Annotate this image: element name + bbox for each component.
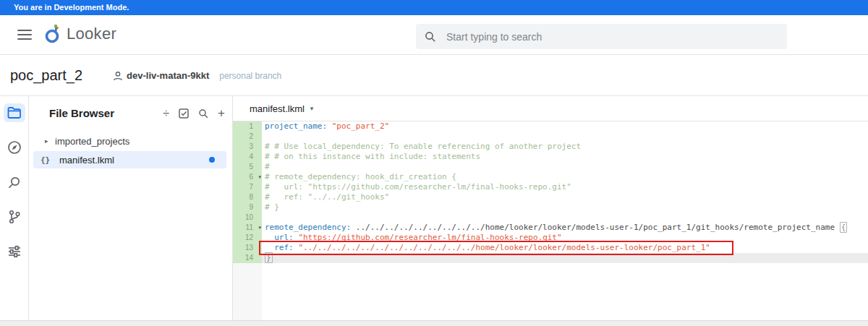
git-branch-icon[interactable] [4, 207, 25, 226]
tab-dropdown-icon[interactable]: ▾ [310, 105, 314, 112]
code-line-7[interactable]: # url: "https://github.com/researcher-lm… [262, 182, 868, 192]
line-number: 5 [233, 162, 262, 172]
code-line-1[interactable]: project_name: "poc_part_2" [262, 121, 868, 132]
explore-compass-icon[interactable] [4, 138, 25, 157]
search-input[interactable] [446, 31, 778, 43]
file-browser-title: File Browser [49, 107, 114, 119]
tab-manifest[interactable]: manifest.lkml [250, 103, 305, 114]
search-icon [425, 31, 436, 43]
line-number: 11▾ [233, 223, 262, 233]
fold-toggle-icon[interactable]: ▾ [258, 223, 261, 233]
code-token [265, 233, 274, 242]
code-line-2[interactable] [262, 132, 868, 142]
add-file-icon[interactable]: + [218, 108, 225, 119]
line-number: 7 [233, 182, 262, 192]
main-area: File Browser ÷ [0, 96, 868, 320]
window-bottom-edge [0, 320, 868, 326]
line-number: 13 [233, 243, 262, 253]
code-token: # [265, 162, 270, 171]
code-line-10[interactable] [262, 213, 868, 223]
fold-toggle-icon[interactable]: ▾ [258, 172, 261, 182]
line-number: 8 [233, 192, 262, 202]
file-tree: ▸ imported_projects {} manifest.lkml [29, 132, 232, 168]
code-line-13[interactable]: ref: "../../../../../../../../../../../.… [262, 243, 868, 253]
code-token: ref: [274, 243, 294, 252]
code-token: { [840, 222, 848, 233]
code-token: remote_dependency: [265, 223, 351, 232]
line-number: 10 [233, 213, 262, 223]
code-token: "../../../../../../../../../../../../hom… [298, 243, 710, 252]
branch-selector[interactable]: dev-liv-matan-9kkt [113, 70, 209, 81]
select-files-icon[interactable] [179, 108, 189, 119]
code-token: # remote_dependency: hook_dir_creation { [265, 172, 456, 181]
code-line-5[interactable]: # [262, 162, 868, 172]
code-line-14[interactable]: } [262, 253, 868, 263]
unsaved-changes-dot [209, 157, 215, 163]
editor-gutter: 123456▾7891011▾121314 [233, 121, 262, 320]
lkml-file-icon: {} [41, 155, 59, 165]
folder-caret-icon[interactable]: ▸ [45, 137, 55, 145]
dev-mode-banner: You are in Development Mode. [0, 0, 868, 15]
line-number: 3 [233, 142, 262, 152]
code-token [265, 243, 274, 252]
looker-logo-text: Looker [67, 25, 116, 43]
file-browser-panel: File Browser ÷ [29, 96, 233, 320]
looker-ide-window: You are in Development Mode. Looker [0, 0, 868, 326]
split-view-icon[interactable]: ÷ [163, 108, 169, 119]
code-token: ../../../../../../../../../home/looker/l… [351, 223, 840, 232]
branch-type-label: personal branch [219, 71, 281, 81]
line-number: 14 [233, 253, 262, 263]
editor-pane: manifest.lkml ▾ 123456▾7891011▾121314 pr… [233, 96, 868, 320]
editor-body: 123456▾7891011▾121314 project_name: "poc… [233, 121, 868, 320]
looker-logo[interactable]: Looker [43, 24, 116, 44]
code-token: } [265, 252, 273, 263]
settings-tune-icon[interactable] [4, 242, 25, 261]
file-browser-header: File Browser ÷ [29, 96, 232, 126]
person-icon [113, 71, 123, 81]
line-number: 4 [233, 152, 262, 162]
icon-rail [0, 96, 29, 320]
file-browser-icon[interactable] [4, 103, 25, 122]
code-token: # ref: "../../git_hooks" [265, 192, 389, 202]
code-token: "poc_part_2" [332, 121, 389, 131]
editor-tabbar: manifest.lkml ▾ [233, 96, 868, 121]
project-bar: poc_part_2 dev-liv-matan-9kkt personal b… [0, 56, 868, 96]
global-search[interactable] [416, 24, 787, 49]
code-token: "https://github.com/researcher-lm/final-… [298, 233, 561, 242]
project-title: poc_part_2 [10, 67, 82, 84]
line-number: 12 [233, 233, 262, 243]
code-line-11[interactable]: remote_dependency: ../../../../../../../… [262, 223, 868, 233]
code-line-12[interactable]: url: "https://github.com/researcher-lm/f… [262, 233, 868, 243]
tree-item-manifest[interactable]: {} manifest.lkml [33, 151, 226, 168]
code-token: # url: "https://github.com/researcher-lm… [265, 182, 571, 192]
code-token: # # Use local_dependency: To enable refe… [265, 142, 581, 151]
code-token: # } [265, 202, 279, 212]
line-number: 2 [233, 132, 262, 142]
code-token: url: [274, 233, 294, 242]
dev-mode-banner-text: You are in Development Mode. [14, 3, 129, 12]
editor-code[interactable]: project_name: "poc_part_2"# # Use local_… [262, 121, 868, 320]
code-token: project_name: [265, 121, 327, 131]
line-number: 1 [233, 121, 262, 132]
app-header: Looker [0, 15, 868, 55]
tree-item-label: manifest.lkml [59, 155, 114, 166]
code-token: # # on this instance with include: state… [265, 152, 480, 161]
code-line-6[interactable]: # remote_dependency: hook_dir_creation { [262, 172, 868, 182]
code-line-3[interactable]: # # Use local_dependency: To enable refe… [262, 142, 868, 152]
hamburger-menu-icon[interactable] [17, 30, 32, 40]
code-line-9[interactable]: # } [262, 202, 868, 213]
tree-item-label: imported_projects [55, 136, 129, 147]
code-line-8[interactable]: # ref: "../../git_hooks" [262, 192, 868, 202]
code-token [327, 121, 332, 131]
find-replace-icon[interactable] [4, 173, 25, 192]
branch-name: dev-liv-matan-9kkt [127, 70, 209, 81]
line-number: 9 [233, 202, 262, 213]
file-search-icon[interactable] [198, 108, 208, 119]
looker-logo-icon [43, 24, 62, 44]
line-number: 6▾ [233, 172, 262, 182]
tree-item-imported-projects[interactable]: ▸ imported_projects [33, 132, 226, 150]
code-line-4[interactable]: # # on this instance with include: state… [262, 152, 868, 162]
